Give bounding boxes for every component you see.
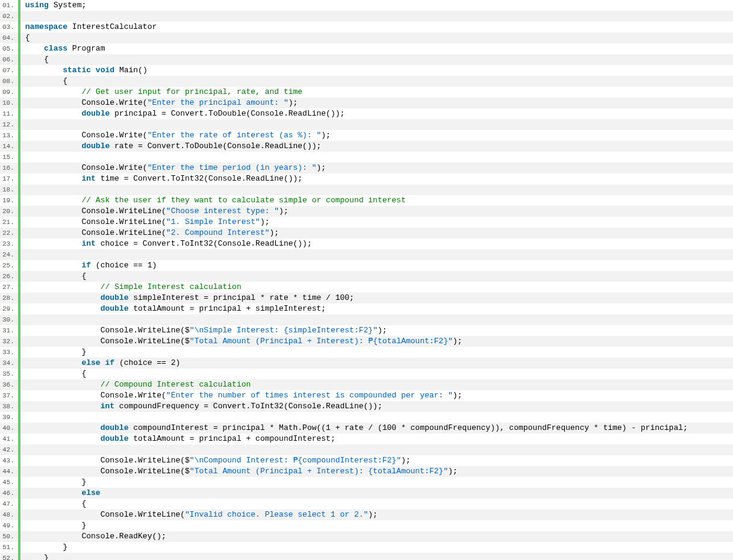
line-number: 42.	[0, 444, 18, 455]
code-line[interactable]: Console.Write("Enter the time period (in…	[20, 163, 733, 173]
code-line[interactable]: double rate = Convert.ToDouble(Console.R…	[20, 141, 733, 152]
code-line[interactable]: else if (choice == 2)	[20, 358, 733, 369]
token-pln: }	[25, 553, 49, 560]
code-line[interactable]: Console.Write("Enter the rate of interes…	[20, 130, 733, 141]
code-line[interactable]: Console.WriteLine($"\nCompound Interest:…	[20, 455, 733, 466]
token-pln: Console.ReadKey();	[25, 532, 166, 541]
code-line[interactable]: double totalAmount = principal + simpleI…	[20, 303, 733, 314]
token-kw: class	[44, 44, 67, 53]
code-line[interactable]: int time = Convert.ToInt32(Console.ReadL…	[20, 173, 733, 184]
token-pln	[25, 304, 101, 313]
token-pln: choice = Convert.ToInt32(Console.ReadLin…	[96, 239, 312, 248]
token-pln	[25, 423, 101, 432]
token-pln	[25, 434, 101, 443]
code-line[interactable]: // Simple Interest calculation	[20, 282, 733, 293]
line-number: 26.	[0, 271, 18, 282]
code-line[interactable]: Console.WriteLine("1. Simple Interest");	[20, 217, 733, 228]
code-line[interactable]: Console.WriteLine("Invalid choice. Pleas…	[20, 509, 733, 520]
token-pln: {	[25, 272, 86, 281]
code-line[interactable]: Console.WriteLine("2. Compound Interest"…	[20, 228, 733, 238]
code-line[interactable]: if (choice == 1)	[20, 260, 733, 271]
token-pln	[91, 66, 96, 75]
code-line[interactable]: {	[20, 271, 733, 282]
token-pln: );	[453, 337, 463, 346]
token-kw: double	[101, 434, 129, 443]
line-number: 50.	[0, 531, 18, 542]
code-line[interactable]: int compoundFrequency = Convert.ToInt32(…	[20, 401, 733, 412]
code-line[interactable]: class Program	[20, 43, 733, 54]
token-pln: {	[25, 76, 67, 86]
token-pln: }	[25, 478, 86, 487]
code-line[interactable]: // Get user input for principal, rate, a…	[20, 87, 733, 98]
line-number: 09.	[0, 87, 18, 98]
code-line[interactable]	[20, 314, 733, 325]
code-line[interactable]	[20, 152, 733, 163]
token-pln	[25, 44, 44, 53]
token-pln: {	[25, 369, 86, 378]
code-line[interactable]: }	[20, 542, 733, 553]
code-line[interactable]: double simpleInterest = principal * rate…	[20, 293, 733, 303]
code-area[interactable]: using System; namespace InterestCalculat…	[20, 0, 733, 560]
token-kw: int	[81, 239, 95, 248]
code-line[interactable]: int choice = Convert.ToInt32(Console.Rea…	[20, 238, 733, 249]
code-line[interactable]: Console.Write("Enter the number of times…	[20, 390, 733, 401]
code-line[interactable]: namespace InterestCalculator	[20, 22, 733, 33]
code-line[interactable]: Console.ReadKey();	[20, 531, 733, 542]
token-pln: Program	[67, 44, 105, 53]
code-line[interactable]: // Compound Interest calculation	[20, 379, 733, 390]
line-number: 21.	[0, 217, 18, 228]
line-number: 25.	[0, 260, 18, 271]
code-line[interactable]: static void Main()	[20, 65, 733, 76]
code-line[interactable]: Console.WriteLine($"Total Amount (Princi…	[20, 466, 733, 477]
token-pln	[25, 261, 82, 270]
code-line[interactable]: Console.WriteLine("Choose interest type:…	[20, 206, 733, 217]
code-line[interactable]	[20, 249, 733, 260]
code-line[interactable]: {	[20, 33, 733, 43]
line-number: 44.	[0, 466, 18, 477]
code-line[interactable]: double compoundInterest = principal * Ma…	[20, 423, 733, 434]
code-line[interactable]: Console.Write("Enter the principal amoun…	[20, 98, 733, 108]
token-pln: );	[401, 456, 411, 465]
code-line[interactable]: }	[20, 520, 733, 531]
line-number: 15.	[0, 152, 18, 163]
token-pln: InterestCalculator	[67, 22, 157, 31]
token-pln: );	[279, 207, 289, 216]
code-line[interactable]	[20, 11, 733, 22]
code-line[interactable]: // Ask the user if they want to calculat…	[20, 195, 733, 206]
code-line[interactable]	[20, 184, 733, 195]
token-str: "Choose interest type: "	[166, 207, 279, 216]
code-line[interactable]: }	[20, 477, 733, 488]
token-pln: Console.WriteLine(	[25, 217, 166, 226]
token-pln: Console.Write(	[25, 163, 148, 172]
code-line[interactable]: Console.WriteLine($"Total Amount (Princi…	[20, 336, 733, 347]
line-number: 48.	[0, 509, 18, 520]
code-line[interactable]: else	[20, 488, 733, 499]
line-number: 43.	[0, 455, 18, 466]
code-line[interactable]: double principal = Convert.ToDouble(Cons…	[20, 108, 733, 119]
code-line[interactable]: {	[20, 54, 733, 65]
token-pln	[25, 66, 63, 75]
token-pln: totalAmount = principal + simpleInterest…	[128, 304, 326, 313]
code-line[interactable]	[20, 119, 733, 130]
token-kw: double	[81, 142, 110, 151]
code-line[interactable]: {	[20, 76, 733, 87]
token-kw: double	[101, 423, 129, 432]
token-str: "Total Amount (Principal + Interest): {t…	[190, 467, 448, 476]
code-line[interactable]	[20, 444, 733, 455]
token-pln: Main()	[114, 66, 148, 75]
token-str: "\nCompound Interest: ₱{compoundInterest…	[190, 456, 401, 465]
code-line[interactable]	[20, 412, 733, 423]
token-pln: );	[448, 467, 458, 476]
code-line[interactable]: {	[20, 369, 733, 379]
token-pln: (choice == 1)	[91, 261, 157, 270]
code-line[interactable]: }	[20, 553, 733, 560]
code-line[interactable]: double totalAmount = principal + compoun…	[20, 434, 733, 444]
code-line[interactable]: Console.WriteLine($"\nSimple Interest: {…	[20, 325, 733, 336]
line-number: 27.	[0, 282, 18, 293]
token-pln: }	[25, 521, 86, 530]
code-line[interactable]: }	[20, 347, 733, 358]
token-pln	[25, 239, 82, 248]
line-number: 40.	[0, 423, 18, 434]
code-line[interactable]: using System;	[20, 0, 733, 11]
code-line[interactable]: {	[20, 499, 733, 509]
